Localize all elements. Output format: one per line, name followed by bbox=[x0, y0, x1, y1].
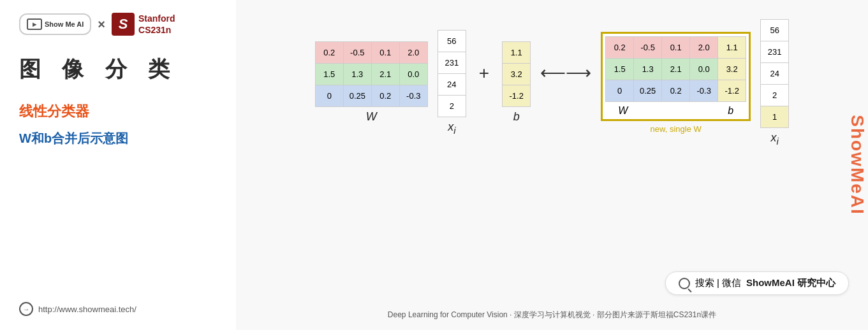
cw-cell: 0 bbox=[606, 80, 634, 101]
combined-matrix: 0.2 -0.5 0.1 2.0 1.1 1.5 1.3 2.1 0.0 3.2 bbox=[605, 36, 746, 102]
xi-cell: 2 bbox=[438, 96, 466, 117]
combined-b-label: b bbox=[728, 105, 733, 117]
cw-cell: 1.3 bbox=[634, 58, 662, 80]
table-row: 2 bbox=[438, 96, 466, 117]
rxi-cell: 24 bbox=[761, 63, 789, 85]
table-row: 1.5 1.3 2.1 0.0 3.2 bbox=[606, 58, 746, 80]
cw-cell: 2.0 bbox=[690, 36, 718, 58]
cw-cell: 0.2 bbox=[606, 36, 634, 58]
b-cell: 3.2 bbox=[503, 64, 531, 85]
left-b-vector-wrapper: 1.1 3.2 -1.2 b bbox=[502, 41, 531, 124]
stanford-course: CS231n bbox=[138, 24, 175, 36]
table-row: 56 bbox=[761, 20, 789, 41]
stanford-logo: S Stanford CS231n bbox=[112, 13, 175, 36]
table-row: 24 bbox=[761, 63, 789, 85]
combined-w-label: W bbox=[618, 105, 628, 117]
plus-operator: + bbox=[476, 63, 492, 83]
rxi-one-cell: 1 bbox=[761, 106, 789, 128]
diagrams-container: 0.2 -0.5 0.1 2.0 1.5 1.3 2.1 0.0 0 0.25 … bbox=[236, 0, 868, 147]
w-cell: 2.0 bbox=[399, 42, 427, 64]
b-label: b bbox=[513, 110, 520, 124]
watermark: ShowMeAI bbox=[846, 0, 868, 330]
table-row: 0.2 -0.5 0.1 2.0 bbox=[315, 42, 427, 64]
right-xi-vector: 56 231 24 2 1 bbox=[760, 19, 789, 128]
url-icon: → bbox=[19, 302, 33, 316]
table-row: 0 0.25 0.2 -0.3 -1.2 bbox=[606, 80, 746, 101]
w-cell: 0.0 bbox=[399, 64, 427, 85]
w-cell: -0.3 bbox=[399, 85, 427, 107]
stanford-s-icon: S bbox=[112, 13, 135, 36]
x-separator: × bbox=[98, 17, 105, 32]
rxi-cell: 56 bbox=[761, 20, 789, 41]
showmeai-label: Show Me AI bbox=[45, 20, 84, 28]
search-text: 搜索 | 微信 bbox=[695, 277, 741, 289]
w-label: W bbox=[366, 110, 377, 124]
w-cell: 0 bbox=[315, 85, 343, 107]
rxi-cell: 2 bbox=[761, 85, 789, 106]
rxi-cell: 231 bbox=[761, 41, 789, 63]
table-row: 3.2 bbox=[503, 64, 531, 85]
footer-text: Deep Learning for Computer Vision · 深度学习… bbox=[388, 310, 716, 319]
left-xi-vector-wrapper: 56 231 24 2 xi bbox=[438, 30, 466, 136]
monitor-icon bbox=[27, 18, 42, 30]
left-xi-vector: 56 231 24 2 bbox=[438, 30, 466, 117]
b-cell: 1.1 bbox=[503, 42, 531, 64]
w-cell: 0.25 bbox=[343, 85, 371, 107]
table-row: 1 bbox=[761, 106, 789, 128]
w-cell: 2.1 bbox=[371, 64, 399, 85]
cw-cell: 1.5 bbox=[606, 58, 634, 80]
combined-matrix-border: 0.2 -0.5 0.1 2.0 1.1 1.5 1.3 2.1 0.0 3.2 bbox=[601, 32, 751, 121]
cw-cell: -0.5 bbox=[634, 36, 662, 58]
right-xi-label: xi bbox=[771, 131, 779, 147]
subtitle-wb-merged: W和b合并后示意图 bbox=[19, 130, 217, 147]
url-text: http://www.showmeai.tech/ bbox=[38, 305, 136, 314]
table-row: -1.2 bbox=[503, 85, 531, 107]
table-row: 0.2 -0.5 0.1 2.0 1.1 bbox=[606, 36, 746, 58]
b-cell: -1.2 bbox=[503, 85, 531, 107]
w-cell: 0.2 bbox=[371, 85, 399, 107]
cw-cell: -0.3 bbox=[690, 80, 718, 101]
new-single-w-label: new, single W bbox=[651, 124, 702, 134]
showmeai-logo: Show Me AI bbox=[19, 13, 91, 35]
xi-cell: 24 bbox=[438, 74, 466, 96]
search-box[interactable]: 搜索 | 微信 ShowMeAI 研究中心 bbox=[665, 271, 849, 295]
cb-cell: 1.1 bbox=[718, 36, 746, 58]
cw-cell: 0.0 bbox=[690, 58, 718, 80]
right-combined-wrapper: 0.2 -0.5 0.1 2.0 1.1 1.5 1.3 2.1 0.0 3.2 bbox=[601, 32, 751, 134]
search-platform: ShowMeAI 研究中心 bbox=[746, 277, 835, 289]
stanford-text: Stanford CS231n bbox=[138, 13, 175, 36]
w-cell: 1.3 bbox=[343, 64, 371, 85]
cw-cell: 0.1 bbox=[662, 36, 690, 58]
right-xi-vector-wrapper: 56 231 24 2 1 xi bbox=[760, 19, 789, 147]
w-cell: 0.1 bbox=[371, 42, 399, 64]
footer: Deep Learning for Computer Vision · 深度学习… bbox=[249, 310, 855, 320]
subtitle-linear-classifier: 线性分类器 bbox=[19, 102, 217, 121]
xi-cell: 56 bbox=[438, 31, 466, 52]
table-row: 2 bbox=[761, 85, 789, 106]
xi-label: xi bbox=[448, 120, 455, 136]
table-row: 24 bbox=[438, 74, 466, 96]
table-row: 0 0.25 0.2 -0.3 bbox=[315, 85, 427, 107]
cw-cell: 2.1 bbox=[662, 58, 690, 80]
combined-labels-row: W b bbox=[605, 105, 746, 117]
url-area[interactable]: → http://www.showmeai.tech/ bbox=[19, 302, 136, 316]
logo-area: Show Me AI × S Stanford CS231n bbox=[19, 13, 217, 36]
w-cell: 0.2 bbox=[315, 42, 343, 64]
w-cell: -0.5 bbox=[343, 42, 371, 64]
table-row: 1.5 1.3 2.1 0.0 bbox=[315, 64, 427, 85]
search-icon bbox=[679, 278, 690, 289]
xi-cell: 231 bbox=[438, 52, 466, 74]
cw-cell: 0.2 bbox=[662, 80, 690, 101]
w-cell: 1.5 bbox=[315, 64, 343, 85]
table-row: 1.1 bbox=[503, 42, 531, 64]
stanford-name: Stanford bbox=[138, 13, 175, 24]
table-row: 56 bbox=[438, 31, 466, 52]
main-content: 0.2 -0.5 0.1 2.0 1.5 1.3 2.1 0.0 0 0.25 … bbox=[236, 0, 868, 330]
cw-cell: 0.25 bbox=[634, 80, 662, 101]
cb-cell: 3.2 bbox=[718, 58, 746, 80]
sidebar: Show Me AI × S Stanford CS231n 图 像 分 类 线… bbox=[0, 0, 236, 330]
table-row: 231 bbox=[761, 41, 789, 63]
table-row: 231 bbox=[438, 52, 466, 74]
bidirectional-arrow: ⟵⟶ bbox=[540, 62, 591, 83]
watermark-text: ShowMeAI bbox=[847, 115, 867, 215]
